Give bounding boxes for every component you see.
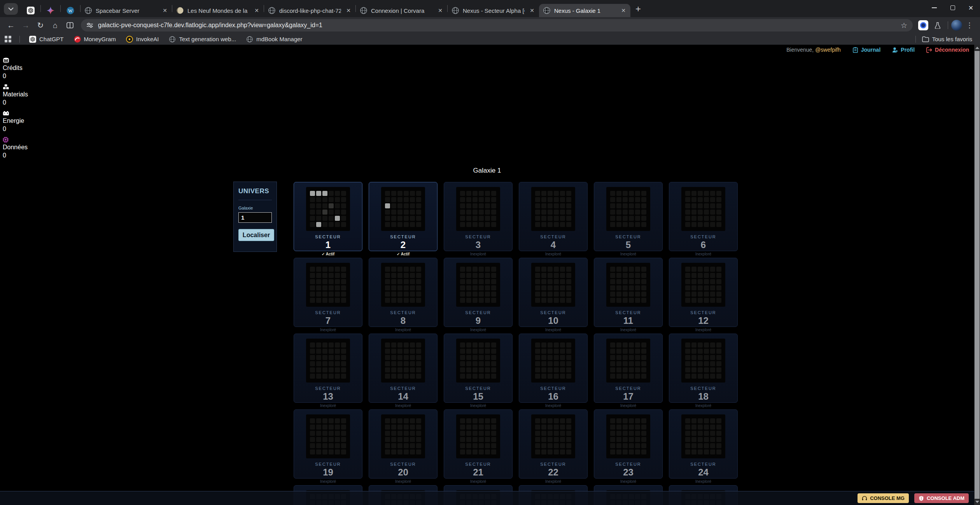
user-icon — [892, 47, 898, 53]
tab-close-button[interactable]: ✕ — [528, 7, 536, 14]
bookmark-item[interactable]: InvokeAI — [123, 35, 162, 44]
tab-close-button[interactable]: ✕ — [436, 7, 444, 14]
back-button[interactable]: ← — [4, 18, 18, 32]
sector-card-8[interactable]: SECTEUR8Inexploré — [369, 258, 438, 327]
bookmark-star-icon[interactable]: ☆ — [901, 21, 907, 30]
browser-tab[interactable]: Nexus - Galaxie 1✕ — [539, 4, 630, 17]
grid-cell — [710, 374, 715, 379]
grid-cell — [641, 361, 646, 366]
sector-card-15[interactable]: SECTEUR15Inexploré — [444, 334, 513, 403]
grid-cell — [329, 342, 334, 348]
page-scrollbar[interactable] — [974, 45, 980, 505]
grid-cell — [310, 449, 315, 454]
minimize-button[interactable] — [925, 0, 943, 16]
logout-link[interactable]: Déconnexion — [926, 47, 969, 53]
bookmark-item[interactable]: ChatGPT — [26, 35, 67, 44]
grid-cell — [329, 298, 334, 303]
grid-cell — [391, 367, 396, 372]
sector-card-11[interactable]: SECTEUR11Inexploré — [594, 258, 663, 327]
sector-card-3[interactable]: SECTEUR3Inexploré — [444, 182, 513, 251]
pinned-tab-wordpress[interactable]: W — [61, 4, 80, 17]
grid-cell — [629, 355, 634, 360]
grid-cell — [548, 349, 553, 354]
grid-cell — [485, 273, 490, 278]
new-tab-button[interactable]: + — [632, 3, 644, 15]
sector-card-2[interactable]: SECTEUR2✓ Actif — [369, 182, 438, 251]
sector-card-1[interactable]: SECTEUR1✓ Actif — [294, 182, 362, 251]
sector-card-16[interactable]: SECTEUR16Inexploré — [519, 334, 588, 403]
sector-status: Inexploré — [519, 252, 587, 256]
grid-cell — [485, 449, 490, 454]
sector-status: Inexploré — [594, 404, 662, 408]
browser-tab[interactable]: Nexus - Secteur Alpha [G1]✕ — [448, 4, 539, 17]
sector-card-6[interactable]: SECTEUR6Inexploré — [669, 182, 738, 251]
journal-link[interactable]: Journal — [852, 47, 881, 53]
sector-number: 6 — [669, 239, 737, 250]
profil-label: Profil — [901, 47, 915, 53]
sector-card-9[interactable]: SECTEUR9Inexploré — [444, 258, 513, 327]
grid-cell — [466, 216, 471, 221]
profil-link[interactable]: Profil — [892, 47, 915, 53]
console-mg-button[interactable]: CONSOLE MG — [858, 493, 909, 503]
sector-card-12[interactable]: SECTEUR12Inexploré — [669, 258, 738, 327]
sector-card-19[interactable]: SECTEUR19Inexploré — [294, 409, 362, 479]
grid-cell — [641, 449, 646, 454]
browser-menu-button[interactable]: ⋮ — [963, 21, 976, 30]
pinned-tab-chatgpt[interactable] — [21, 4, 40, 17]
extensions-menu-button[interactable] — [931, 18, 945, 32]
grid-cell — [710, 197, 715, 202]
grid-cell — [548, 374, 553, 379]
tab-search-button[interactable] — [4, 3, 18, 15]
console-adm-button[interactable]: CONSOLE ADM — [914, 493, 969, 503]
sector-word: SECTEUR — [369, 234, 437, 239]
bookmark-item[interactable]: MoneyGram — [71, 35, 119, 44]
address-bar[interactable]: galactic-pve-conquest-c7fe.dev.flatlogic… — [81, 19, 913, 31]
sector-card-4[interactable]: SECTEUR4Inexploré — [519, 182, 588, 251]
extension-icon[interactable] — [918, 20, 928, 30]
tab-close-button[interactable]: ✕ — [345, 7, 352, 14]
sector-card-10[interactable]: SECTEUR10Inexploré — [519, 258, 588, 327]
all-bookmarks-button[interactable]: Tous les favoris — [919, 35, 975, 44]
tab-close-button[interactable]: ✕ — [620, 7, 627, 14]
sector-card-5[interactable]: SECTEUR5Inexploré — [594, 182, 663, 251]
side-panel-button[interactable] — [63, 18, 77, 32]
profile-avatar[interactable] — [951, 20, 962, 31]
browser-tab[interactable]: Spacebar Server✕ — [80, 4, 172, 17]
pinned-tab-gemini[interactable] — [41, 4, 60, 17]
tab-close-button[interactable]: ✕ — [253, 7, 261, 14]
grid-cell — [385, 216, 390, 221]
sector-card-24[interactable]: SECTEUR24Inexploré — [669, 409, 738, 479]
scroll-up-button[interactable] — [974, 45, 980, 51]
home-button[interactable]: ⌂ — [48, 18, 62, 32]
grid-cell — [641, 279, 646, 284]
scrollbar-thumb[interactable] — [975, 51, 980, 499]
forward-button[interactable]: → — [19, 18, 33, 32]
maximize-button[interactable] — [943, 0, 962, 16]
bookmark-item[interactable]: mdBook Manager — [243, 35, 305, 44]
galaxie-input[interactable] — [238, 212, 272, 223]
sector-card-22[interactable]: SECTEUR22Inexploré — [519, 409, 588, 479]
bookmark-item[interactable]: Text generation web... — [166, 35, 239, 44]
browser-tab[interactable]: Connexion | Corvara✕ — [356, 4, 447, 17]
close-window-button[interactable]: ✕ — [962, 0, 980, 16]
grid-cell — [566, 191, 571, 196]
grid-cell — [460, 425, 465, 430]
scroll-down-button[interactable] — [974, 499, 980, 505]
sector-card-20[interactable]: SECTEUR20Inexploré — [369, 409, 438, 479]
sector-card-7[interactable]: SECTEUR7Inexploré — [294, 258, 362, 327]
sector-card-14[interactable]: SECTEUR14Inexploré — [369, 334, 438, 403]
localiser-button[interactable]: Localiser — [238, 229, 274, 241]
tab-close-button[interactable]: ✕ — [161, 7, 169, 14]
grid-cell — [322, 449, 327, 454]
browser-tab[interactable]: Les Neuf Mondes de la Mytholo✕ — [172, 4, 264, 17]
sector-card-17[interactable]: SECTEUR17Inexploré — [594, 334, 663, 403]
sector-card-23[interactable]: SECTEUR23Inexploré — [594, 409, 663, 479]
sector-card-18[interactable]: SECTEUR18Inexploré — [669, 334, 738, 403]
apps-grid-icon[interactable] — [5, 36, 12, 43]
sector-card-21[interactable]: SECTEUR21Inexploré — [444, 409, 513, 479]
browser-tab[interactable]: discord-like-php-chat-7262.dev✕ — [264, 4, 355, 17]
sector-card-13[interactable]: SECTEUR13Inexploré — [294, 334, 362, 403]
grid-cell — [329, 367, 334, 372]
grid-cell — [397, 425, 402, 430]
reload-button[interactable]: ↻ — [33, 18, 47, 32]
